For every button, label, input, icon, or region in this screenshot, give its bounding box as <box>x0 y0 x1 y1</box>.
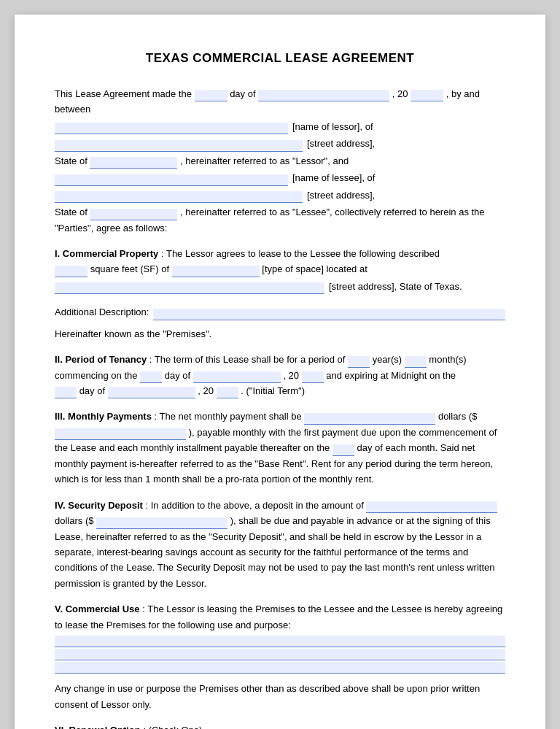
monthly-payment-num-field[interactable] <box>55 428 186 440</box>
section4-title: IV. Security Deposit <box>55 500 143 511</box>
section3-text2: dollars ($ <box>438 411 477 422</box>
intro-text3: , 20 <box>392 88 408 99</box>
lessee-label: [name of lessee], of <box>292 170 375 185</box>
additional-desc-field[interactable] <box>153 309 505 320</box>
lessee-address-label: [street address], <box>307 188 375 203</box>
lessor-referred-text: , hereinafter referred to as "Lessor", a… <box>180 155 349 166</box>
lessee-name-field[interactable] <box>55 174 288 186</box>
monthly-payment-words-field[interactable] <box>304 413 435 425</box>
year-field[interactable] <box>411 90 443 101</box>
lessee-state-field[interactable] <box>90 209 177 220</box>
lessee-state-label: State of <box>55 207 88 217</box>
end-year-field[interactable] <box>217 387 238 398</box>
additional-section: Additional Description: Hereinafter know… <box>55 304 505 342</box>
start-day-field[interactable] <box>140 371 162 383</box>
section1-text2: square feet (SF) of <box>90 263 169 274</box>
deposit-words-field[interactable] <box>366 501 497 513</box>
section2-text7: day of <box>79 385 105 396</box>
start-year-field[interactable] <box>302 371 324 383</box>
lessor-label: [name of lessor], of <box>292 119 373 134</box>
section4-text2: dollars ($ <box>55 515 93 526</box>
section4-text: : In addition to the above, a deposit in… <box>146 500 364 511</box>
section5: V. Commercial Use : The Lessor is leasin… <box>55 601 505 712</box>
start-month-field[interactable] <box>193 371 281 383</box>
sqft-field[interactable] <box>55 266 88 277</box>
section1-text3: [type of space] located at <box>262 263 368 274</box>
section6-title: VI. Renewal Option <box>55 725 141 729</box>
section2-text4: day of <box>165 370 190 381</box>
section2-text9: . ("Initial Term") <box>241 385 305 396</box>
document-title: TEXAS COMMERCIAL LEASE AGREEMENT <box>55 51 505 66</box>
deposit-num-field[interactable] <box>96 517 228 529</box>
section2-text: : The term of this Lease shall be for a … <box>149 354 346 365</box>
section3-text: : The net monthly payment shall be <box>155 411 302 422</box>
lessor-state-label: State of <box>55 155 88 166</box>
use-purpose-field1[interactable] <box>55 636 505 647</box>
lessor-address-field[interactable] <box>55 140 303 152</box>
month-field[interactable] <box>258 90 389 101</box>
payment-day-field[interactable] <box>332 444 354 456</box>
section2-title: II. Period of Tenancy <box>55 354 147 365</box>
years-field[interactable] <box>348 356 370 368</box>
intro-text1: This Lease Agreement made the <box>55 88 192 99</box>
section6-text: : (Check One) <box>143 725 202 729</box>
day-field[interactable] <box>195 90 228 101</box>
lessee-address-field[interactable] <box>55 191 303 203</box>
section5-text2: Any change in use or purpose the Premise… <box>55 681 505 712</box>
section4: IV. Security Deposit : In addition to th… <box>55 498 505 592</box>
section1-text: : The Lessor agrees to lease to the Less… <box>161 248 440 259</box>
intro-text2: day of <box>230 88 255 99</box>
use-purpose-field2[interactable] <box>55 649 505 660</box>
months-field[interactable] <box>405 356 427 368</box>
lessor-state-field[interactable] <box>90 157 177 169</box>
document-page: TEXAS COMMERCIAL LEASE AGREEMENT This Le… <box>15 15 545 729</box>
use-purpose-field3[interactable] <box>55 662 505 674</box>
premises-note: Hereinafter known as the "Premises". <box>55 326 505 342</box>
section1: I. Commercial Property : The Lessor agre… <box>55 246 505 294</box>
lessor-name-field[interactable] <box>55 123 288 134</box>
section3: III. Monthly Payments : The net monthly … <box>55 409 505 487</box>
section3-title: III. Monthly Payments <box>55 411 152 422</box>
section1-text4: [street address], State of Texas. <box>329 279 462 294</box>
property-address-field[interactable] <box>55 282 324 294</box>
section6: VI. Renewal Option : (Check One) - Lesse… <box>55 722 505 729</box>
additional-desc-label: Additional Description: <box>55 304 149 320</box>
section2-text5: , 20 <box>283 370 299 381</box>
section2-text2: year(s) <box>373 354 402 365</box>
section1-title: I. Commercial Property <box>55 248 158 259</box>
end-day-field[interactable] <box>55 387 77 398</box>
lessor-address-label: [street address], <box>307 136 375 151</box>
end-month-field[interactable] <box>108 387 195 398</box>
section5-title: V. Commercial Use <box>55 603 140 614</box>
section2-text8: , 20 <box>198 385 214 396</box>
section2: II. Period of Tenancy : The term of this… <box>55 352 505 398</box>
space-type-field[interactable] <box>172 266 260 277</box>
intro-section: This Lease Agreement made the day of , 2… <box>55 86 505 236</box>
section2-text6: and expiring at Midnight on the <box>326 370 456 381</box>
